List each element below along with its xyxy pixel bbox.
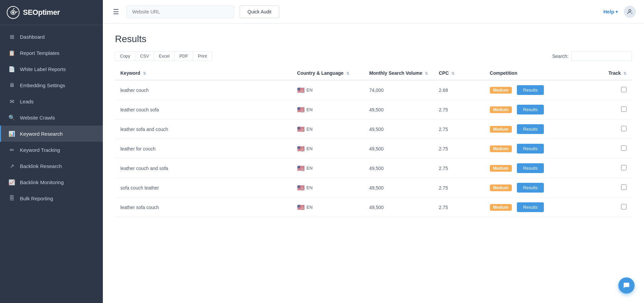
keyword-research-icon: 📊 bbox=[8, 130, 15, 137]
sidebar-item-report-templates[interactable]: 📋 Report Templates bbox=[0, 45, 103, 61]
excel-button[interactable]: Excel bbox=[154, 51, 175, 61]
print-button[interactable]: Print bbox=[193, 51, 212, 61]
track-checkbox[interactable] bbox=[621, 145, 626, 151]
sidebar-item-keyword-research[interactable]: 📊 Keyword Research bbox=[0, 126, 103, 142]
user-avatar-button[interactable] bbox=[624, 6, 636, 18]
sidebar-item-website-crawls[interactable]: 🔍 Website Crawls bbox=[0, 109, 103, 126]
country-cell: 🇺🇸 EN bbox=[292, 120, 364, 139]
country-cell: 🇺🇸 EN bbox=[292, 178, 364, 198]
track-checkbox[interactable] bbox=[621, 165, 626, 170]
country-flag: 🇺🇸 bbox=[297, 184, 304, 192]
th-cpc[interactable]: CPC ⇅ bbox=[433, 66, 484, 80]
website-crawls-icon: 🔍 bbox=[8, 114, 15, 121]
seoptimer-logo-icon bbox=[7, 6, 20, 19]
th-keyword[interactable]: Keyword ⇅ bbox=[115, 66, 292, 80]
volume-cell: 49,500 bbox=[364, 198, 434, 217]
white-label-icon: 📄 bbox=[8, 66, 15, 72]
country-flag: 🇺🇸 bbox=[297, 126, 304, 133]
keyword-link[interactable]: leather sofa and couch bbox=[120, 127, 168, 132]
keyword-cell: leather couch bbox=[115, 80, 292, 100]
country-flag: 🇺🇸 bbox=[297, 145, 304, 153]
results-button[interactable]: Results bbox=[517, 183, 544, 193]
keyword-link[interactable]: leather couch bbox=[120, 88, 149, 93]
table-row: leather couch sofa 🇺🇸 EN 49,500 2.75 Med… bbox=[115, 100, 632, 120]
table-row: leather couch and sofa 🇺🇸 EN 49,500 2.75… bbox=[115, 159, 632, 178]
search-area: Search: bbox=[552, 51, 632, 61]
csv-button[interactable]: CSV bbox=[135, 51, 154, 61]
search-input[interactable] bbox=[571, 51, 632, 61]
sidebar-item-label: Dashboard bbox=[20, 34, 45, 40]
sort-icon-track: ⇅ bbox=[623, 71, 626, 75]
country-cell: 🇺🇸 EN bbox=[292, 159, 364, 178]
keyword-link[interactable]: leather for couch bbox=[120, 146, 155, 152]
results-button[interactable]: Results bbox=[517, 144, 544, 154]
svg-point-1 bbox=[12, 11, 14, 13]
embedding-icon: 🖥 bbox=[8, 82, 15, 89]
competition-badge: Medium bbox=[490, 126, 512, 133]
track-checkbox[interactable] bbox=[621, 184, 626, 190]
logo-text: SEOptimer bbox=[23, 8, 60, 17]
results-button[interactable]: Results bbox=[517, 85, 544, 95]
hamburger-button[interactable]: ☰ bbox=[111, 6, 121, 17]
country-flag: 🇺🇸 bbox=[297, 204, 304, 211]
sidebar-item-white-label-reports[interactable]: 📄 White Label Reports bbox=[0, 61, 103, 77]
keyword-link[interactable]: leather sofa couch bbox=[120, 205, 159, 210]
sidebar-item-backlink-monitoring[interactable]: 📈 Backlink Monitoring bbox=[0, 174, 103, 190]
track-checkbox[interactable] bbox=[621, 87, 626, 92]
lang-code: EN bbox=[306, 146, 313, 151]
country-flag: 🇺🇸 bbox=[297, 87, 304, 94]
keyword-cell: leather couch and sofa bbox=[115, 159, 292, 178]
results-button[interactable]: Results bbox=[517, 202, 544, 212]
help-label: Help bbox=[603, 9, 614, 14]
th-monthly-search-volume[interactable]: Monthly Search Volume ⇅ bbox=[364, 66, 434, 80]
chat-icon bbox=[623, 282, 630, 289]
sidebar-item-leads[interactable]: ✉ Leads bbox=[0, 93, 103, 109]
bulk-reporting-icon: 🗄 bbox=[8, 195, 15, 202]
track-checkbox[interactable] bbox=[621, 106, 626, 112]
country-flag: 🇺🇸 bbox=[297, 165, 304, 172]
sidebar-item-label: Backlink Monitoring bbox=[20, 179, 64, 185]
th-track[interactable]: Track ⇅ bbox=[566, 66, 632, 80]
competition-cell: Medium Results bbox=[485, 100, 566, 120]
chat-button[interactable] bbox=[618, 277, 635, 294]
track-checkbox[interactable] bbox=[621, 204, 626, 209]
keyword-link[interactable]: leather couch sofa bbox=[120, 107, 159, 112]
sidebar-item-backlink-research[interactable]: ↗ Backlink Research bbox=[0, 158, 103, 174]
copy-button[interactable]: Copy bbox=[115, 51, 135, 61]
sidebar-item-bulk-reporting[interactable]: 🗄 Bulk Reporting bbox=[0, 190, 103, 206]
sidebar-item-label: Bulk Reporting bbox=[20, 196, 53, 201]
pdf-button[interactable]: PDF bbox=[174, 51, 193, 61]
competition-badge: Medium bbox=[490, 145, 512, 152]
cpc-cell: 2.68 bbox=[433, 80, 484, 100]
user-icon bbox=[626, 8, 633, 15]
competition-cell: Medium Results bbox=[485, 198, 566, 217]
url-input[interactable] bbox=[126, 5, 234, 18]
track-cell bbox=[566, 159, 632, 178]
help-button[interactable]: Help ▾ bbox=[603, 9, 618, 14]
keyword-link[interactable]: sofa couch leather bbox=[120, 185, 159, 191]
results-button[interactable]: Results bbox=[517, 163, 544, 173]
keyword-cell: leather for couch bbox=[115, 139, 292, 159]
th-country-language[interactable]: Country & Language ⇅ bbox=[292, 66, 364, 80]
table-row: sofa couch leather 🇺🇸 EN 49,500 2.75 Med… bbox=[115, 178, 632, 198]
keyword-link[interactable]: leather couch and sofa bbox=[120, 166, 168, 171]
results-table: Keyword ⇅ Country & Language ⇅ Monthly S… bbox=[115, 66, 632, 217]
track-cell bbox=[566, 139, 632, 159]
sidebar-item-embedding-settings[interactable]: 🖥 Embedding Settings bbox=[0, 77, 103, 93]
volume-cell: 74,000 bbox=[364, 80, 434, 100]
sidebar-item-keyword-tracking[interactable]: ✏ Keyword Tracking bbox=[0, 142, 103, 158]
keyword-tracking-icon: ✏ bbox=[8, 146, 15, 153]
keyword-cell: sofa couch leather bbox=[115, 178, 292, 198]
track-cell bbox=[566, 80, 632, 100]
competition-badge: Medium bbox=[490, 106, 512, 113]
topbar-right: Help ▾ bbox=[603, 6, 636, 18]
results-button[interactable]: Results bbox=[517, 105, 544, 114]
sidebar-item-dashboard[interactable]: ⊞ Dashboard bbox=[0, 29, 103, 45]
quick-audit-button[interactable]: Quick Audit bbox=[240, 5, 279, 18]
results-button[interactable]: Results bbox=[517, 124, 544, 134]
country-cell: 🇺🇸 EN bbox=[292, 198, 364, 217]
track-checkbox[interactable] bbox=[621, 126, 626, 131]
competition-badge: Medium bbox=[490, 204, 512, 211]
track-cell bbox=[566, 120, 632, 139]
volume-cell: 49,500 bbox=[364, 120, 434, 139]
